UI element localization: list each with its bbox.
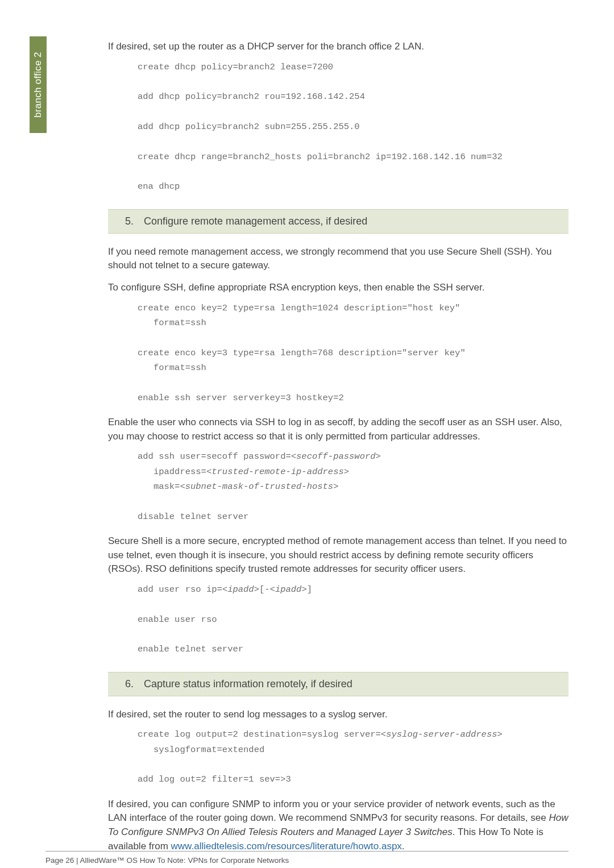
code-block-dhcp: create dhcp policy=branch2 lease=7200 ad… bbox=[138, 60, 569, 194]
step6-para-a: If desired, set the router to send log m… bbox=[108, 708, 569, 722]
step-5-header: 5. Configure remote management access, i… bbox=[108, 209, 569, 234]
intro-paragraph-1: If desired, set up the router as a DHCP … bbox=[108, 40, 569, 54]
main-content: If desired, set up the router as a DHCP … bbox=[108, 40, 569, 853]
step-6-header: 6. Capture status information remotely, … bbox=[108, 672, 569, 696]
side-tab: branch office 2 bbox=[30, 36, 47, 133]
step5-para-a: If you need remote management access, we… bbox=[108, 245, 569, 273]
code-block-syslog: create log output=2 destination=syslog s… bbox=[138, 727, 569, 787]
step5-para-d: Secure Shell is a more secure, encrypted… bbox=[108, 534, 569, 576]
code-block-ssh-user: add ssh user=secoff password=<secoff-pas… bbox=[138, 449, 569, 524]
howto-link[interactable]: www.alliedtelesis.com/resources/literatu… bbox=[171, 841, 402, 852]
step-5-number: 5. bbox=[125, 215, 141, 227]
step5-para-b: To configure SSH, define appropriate RSA… bbox=[108, 281, 569, 295]
step6-para-b: If desired, you can configure SNMP to in… bbox=[108, 798, 569, 854]
step-6-number: 6. bbox=[125, 678, 141, 690]
step5-para-c: Enable the user who connects via SSH to … bbox=[108, 416, 569, 443]
code-block-ssh-keys: create enco key=2 type=rsa length=1024 d… bbox=[138, 301, 569, 405]
page-footer: Page 26 | AlliedWare™ OS How To Note: VP… bbox=[45, 851, 569, 865]
step-5-title: Configure remote management access, if d… bbox=[144, 215, 367, 227]
code-block-rso: add user rso ip=<ipadd>[-<ipadd>] enable… bbox=[138, 582, 569, 657]
step-6-title: Capture status information remotely, if … bbox=[144, 678, 352, 690]
